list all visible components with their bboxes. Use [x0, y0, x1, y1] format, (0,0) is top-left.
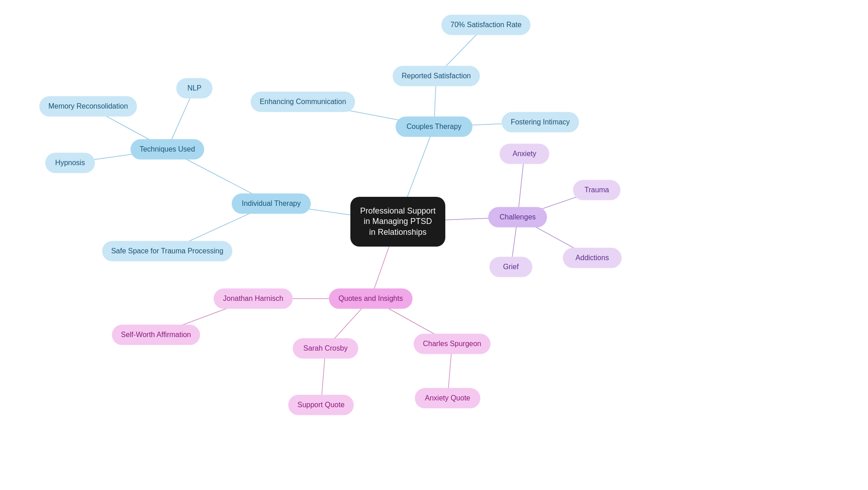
- challenges-node[interactable]: Challenges: [488, 207, 547, 228]
- satisfaction-rate-node[interactable]: 70% Satisfaction Rate: [441, 15, 530, 35]
- center-node[interactable]: Professional Support in Managing PTSD in…: [350, 197, 445, 247]
- jonathan-harnisch-node[interactable]: Jonathan Harnisch: [214, 289, 293, 309]
- enhancing-communication-node[interactable]: Enhancing Communication: [250, 92, 355, 112]
- hypnosis-node[interactable]: Hypnosis: [45, 153, 95, 173]
- addictions-node[interactable]: Addictions: [563, 248, 622, 268]
- support-quote-node[interactable]: Support Quote: [288, 395, 354, 415]
- reported-satisfaction-node[interactable]: Reported Satisfaction: [393, 66, 480, 86]
- memory-reconsolidation-node[interactable]: Memory Reconsolidation: [39, 96, 137, 117]
- quotes-insights-node[interactable]: Quotes and Insights: [329, 289, 413, 309]
- self-worth-affirmation-node[interactable]: Self-Worth Affirmation: [112, 325, 200, 345]
- couples-therapy-node[interactable]: Couples Therapy: [396, 117, 472, 137]
- sarah-crosby-node[interactable]: Sarah Crosby: [293, 338, 359, 359]
- anxiety-node[interactable]: Anxiety: [500, 144, 549, 164]
- grief-node[interactable]: Grief: [490, 257, 533, 277]
- techniques-used-node[interactable]: Techniques Used: [131, 139, 204, 160]
- individual-therapy-node[interactable]: Individual Therapy: [232, 194, 311, 214]
- trauma-node[interactable]: Trauma: [573, 180, 621, 200]
- anxiety-quote-node[interactable]: Anxiety Quote: [415, 388, 481, 409]
- fostering-intimacy-node[interactable]: Fostering Intimacy: [502, 112, 579, 133]
- charles-spurgeon-node[interactable]: Charles Spurgeon: [414, 334, 491, 354]
- nlp-node[interactable]: NLP: [176, 78, 212, 99]
- safe-space-node[interactable]: Safe Space for Trauma Processing: [102, 241, 232, 262]
